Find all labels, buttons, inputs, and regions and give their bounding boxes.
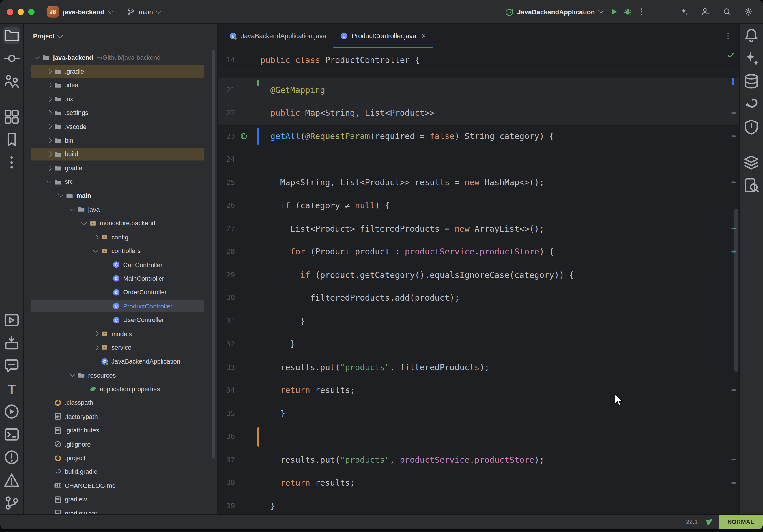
todo-icon[interactable]: T (3, 380, 20, 397)
tree-item--gitattributes[interactable]: .gitattributes (24, 424, 217, 437)
gradle-icon[interactable] (743, 96, 760, 112)
tree-item--factorypath[interactable]: .factorypath (24, 410, 217, 424)
version-control-icon[interactable] (3, 495, 20, 511)
endpoint-gutter-icon[interactable] (240, 132, 248, 140)
chevron-down-icon[interactable] (56, 195, 66, 196)
chevron-right-icon[interactable] (44, 166, 54, 170)
tree-item--idea[interactable]: .idea (24, 78, 217, 92)
code-line-23[interactable]: 23 getAll(@RequestParam(required = false… (218, 125, 739, 148)
close-button[interactable] (7, 9, 13, 15)
tree-item-controllers[interactable]: controllers (24, 244, 217, 258)
layers-icon[interactable] (743, 154, 760, 171)
close-icon[interactable]: × (422, 32, 426, 39)
caret-position-widget[interactable]: 22:1 (686, 519, 698, 526)
code-line-36[interactable]: 36 (218, 425, 739, 448)
code-line-27[interactable]: 27 List<Product> filteredProducts = new … (218, 217, 739, 240)
tree-item-changelog-md[interactable]: CHANGELOG.md (24, 479, 217, 492)
tree-item-application-properties[interactable]: application.properties (24, 382, 217, 396)
tree-item-src[interactable]: src (24, 175, 217, 189)
vim-mode-badge[interactable]: NORMAL (718, 515, 763, 529)
tree-item-build-gradle[interactable]: build.gradle (24, 465, 217, 479)
code-line-35[interactable]: 35 } (218, 402, 739, 425)
run-config-widget[interactable]: JavaBackendApplication (505, 8, 602, 16)
vcs-modified-marker[interactable] (258, 128, 259, 145)
code-area[interactable]: 14public class ProductController { 21 @G… (218, 48, 739, 514)
tree-item-gradlew-bat[interactable]: gradlew.bat (24, 506, 217, 514)
code-line-37[interactable]: 37 results.put("products", productServic… (218, 448, 739, 471)
tree-item-gradle[interactable]: gradle (24, 161, 217, 175)
run-button[interactable] (607, 5, 621, 19)
code-line-34[interactable]: 34 return results; (218, 379, 739, 402)
project-scrollbar[interactable] (212, 50, 215, 459)
add-user-button[interactable] (699, 5, 712, 19)
tree-item-config[interactable]: config (24, 230, 217, 244)
code-line-24[interactable]: 24 (218, 148, 739, 171)
code-line-29[interactable]: 29 if (product.getCategory().equalsIgnor… (218, 263, 739, 286)
commit-icon[interactable] (3, 50, 20, 67)
debug-button[interactable] (621, 5, 635, 19)
search-button[interactable] (720, 5, 734, 19)
tree-item-cartcontroller[interactable]: CCartController (24, 258, 217, 271)
database-icon[interactable] (743, 73, 760, 89)
chevron-down-icon[interactable] (44, 181, 54, 183)
tree-item-usercontroller[interactable]: CUserController (24, 313, 217, 327)
editor-scrollbar[interactable] (734, 209, 738, 372)
code-line-21[interactable]: 21 @GetMapping (218, 78, 739, 101)
settings-button[interactable] (742, 5, 755, 19)
chevron-right-icon[interactable] (44, 125, 54, 128)
more-icon[interactable] (3, 154, 20, 171)
services-icon[interactable] (3, 403, 20, 420)
inspections-ok-icon[interactable] (727, 51, 735, 59)
tree-item--vscode[interactable]: .vscode (24, 120, 217, 134)
tab-productcontroller-java[interactable]: C ProductController.java × (333, 24, 433, 48)
code-line-33[interactable]: 33 results.put("products", filteredProdu… (218, 356, 739, 379)
tree-item-ordercontroller[interactable]: COrderController (24, 285, 217, 299)
ai-chat-icon[interactable] (3, 358, 20, 374)
tree-item-monostore-backend[interactable]: monostore.backend (24, 216, 217, 230)
tree-item-build[interactable]: build (24, 147, 217, 161)
code-line-25[interactable]: 25 Map<String, List<Product>> results = … (218, 171, 739, 194)
tree-item-service[interactable]: service (24, 341, 217, 355)
dependencies-icon[interactable] (3, 335, 20, 351)
code-line-26[interactable]: 26 if (category ≠ null) { (218, 194, 739, 217)
code-line-38[interactable]: 38 return results; (218, 471, 739, 494)
project-widget[interactable]: JB java-backend (47, 6, 112, 17)
tree-item-models[interactable]: models (24, 327, 217, 341)
chevron-right-icon[interactable] (44, 83, 54, 87)
tree-item--classpath[interactable]: .classpath (24, 396, 217, 410)
chevron-right-icon[interactable] (44, 139, 54, 142)
tab-javabackendapplication-java[interactable]: C JavaBackendApplication.java (223, 24, 333, 48)
structure-icon[interactable] (3, 108, 20, 125)
chevron-down-icon[interactable] (33, 56, 43, 58)
code-line-39[interactable]: 39 } (218, 494, 739, 514)
tree-item-java-backend[interactable]: java-backend~/Github/java-backend (24, 51, 217, 64)
tree-item--project[interactable]: .project (24, 451, 217, 465)
code-line-28[interactable]: 28 for (Product product : productService… (218, 240, 739, 263)
tree-item-gradlew[interactable]: gradlew (24, 492, 217, 506)
minimize-button[interactable] (18, 9, 24, 15)
code-line-22[interactable]: 22 public Map<String, List<Product>> (218, 102, 739, 125)
bookmarks-icon[interactable] (3, 131, 20, 148)
zoom-button[interactable] (28, 9, 35, 15)
chevron-down-icon[interactable] (79, 222, 89, 224)
tree-item-main[interactable]: main (24, 189, 217, 202)
ai-assistant-icon[interactable] (743, 50, 760, 67)
code-line-30[interactable]: 30 filteredProducts.add(product); (218, 286, 739, 309)
vim-icon[interactable] (706, 518, 713, 526)
ai-assistant-button[interactable] (677, 5, 691, 19)
vcs-warn-marker[interactable] (258, 427, 259, 446)
maven-icon[interactable] (743, 119, 760, 135)
tree-item--gitignore[interactable]: .gitignore (24, 437, 217, 451)
tree-item--nx[interactable]: .nx (24, 92, 217, 106)
tree-item-productcontroller[interactable]: CProductController (24, 299, 217, 313)
project-panel-header[interactable]: Project (24, 24, 217, 47)
notifications-icon[interactable] (743, 27, 760, 44)
pull-requests-icon[interactable] (3, 73, 20, 89)
tree-item--gradle[interactable]: .gradle (24, 64, 217, 78)
branch-widget[interactable]: main (126, 8, 161, 16)
tree-item-javabackendapplication[interactable]: CJavaBackendApplication (24, 355, 217, 369)
tree-item-resources[interactable]: resources (24, 368, 217, 382)
tree-item--settings[interactable]: .settings (24, 106, 217, 120)
warnings-icon[interactable] (3, 472, 20, 488)
run-anything-icon[interactable] (3, 312, 20, 328)
